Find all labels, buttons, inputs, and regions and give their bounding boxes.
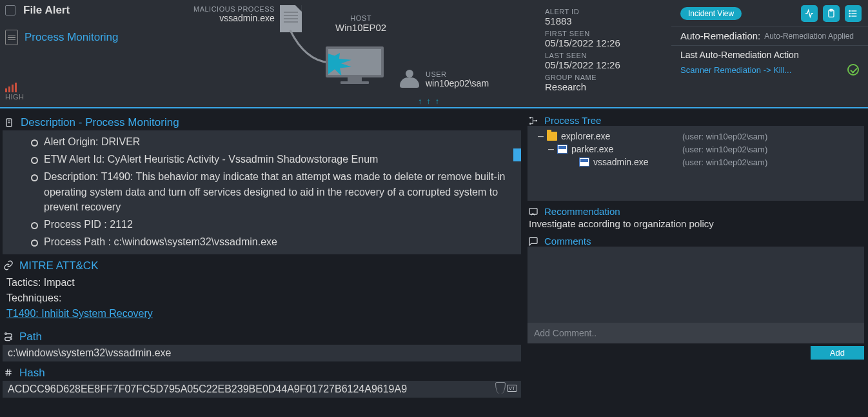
- comments-section: Comments Add: [528, 236, 864, 360]
- list-item: Description: T1490: This behavior may in…: [28, 168, 518, 216]
- malicious-process-value: vssadmin.exe: [193, 13, 275, 23]
- header-left: File Alert Process Monitoring HIGH: [0, 0, 129, 107]
- header: File Alert Process Monitoring HIGH MALIC…: [0, 0, 868, 108]
- list-item: Alert Origin: DRIVER: [28, 133, 518, 150]
- process-icon: [557, 145, 567, 154]
- user-icon: [400, 70, 419, 89]
- hash-title: Hash: [19, 367, 45, 380]
- auto-remediation-value: Auto-Remediation Applied: [764, 32, 854, 41]
- tree-user: (user: win10ep02\sam): [682, 145, 767, 154]
- group-value: Research: [545, 81, 666, 93]
- list-item: ETW Alert Id: CyAlert Heuristic Activity…: [28, 150, 518, 168]
- tree-toggle-icon[interactable]: –: [548, 145, 557, 153]
- activity-icon[interactable]: [801, 5, 818, 22]
- body: Description - Process Monitoring Alert O…: [0, 108, 868, 417]
- info-icon: [3, 116, 15, 129]
- comment-input[interactable]: [528, 323, 864, 343]
- mitre-section: MITRE ATT&CK Tactics: Impact Techniques:…: [3, 258, 521, 325]
- process-tree: – explorer.exe (user: win10ep02\sam) – p…: [528, 126, 864, 201]
- tree-process-name: explorer.exe: [561, 131, 610, 141]
- first-seen-value: 05/15/2022 12:26: [545, 37, 666, 49]
- description-title: Description - Process Monitoring: [21, 116, 179, 129]
- alert-id-label: ALERT ID: [545, 8, 666, 15]
- tree-toggle-icon[interactable]: –: [538, 132, 547, 140]
- virustotal-button[interactable]: VT: [507, 385, 517, 392]
- severity-bars-icon: [5, 82, 17, 92]
- header-graph: MALICIOUS PROCESS vssadmin.exe HOST Win1…: [129, 0, 542, 107]
- clipboard-icon[interactable]: [823, 5, 840, 22]
- svg-point-7: [849, 15, 850, 16]
- folder-icon: [547, 132, 557, 141]
- recommendation-icon: [528, 207, 539, 217]
- list-item: Process Path : c:\windows\system32\vssad…: [28, 233, 518, 250]
- collapse-arrows-icon[interactable]: ↑ ↑ ↑: [418, 97, 440, 106]
- page-title: File Alert: [23, 4, 70, 17]
- description-list: Alert Origin: DRIVER ETW Alert Id: CyAle…: [9, 133, 518, 250]
- tree-process-name: parker.exe: [571, 144, 613, 154]
- svg-point-18: [529, 123, 531, 125]
- alert-id-value: 51883: [545, 15, 666, 27]
- list-icon[interactable]: [845, 5, 862, 22]
- tree-row[interactable]: – explorer.exe (user: win10ep02\sam): [534, 130, 858, 143]
- comments-list: [528, 247, 864, 323]
- svg-point-11: [5, 332, 7, 334]
- document-icon: [5, 30, 18, 45]
- description-section: Description - Process Monitoring Alert O…: [3, 115, 521, 254]
- incident-view-button[interactable]: Incident View: [680, 7, 742, 20]
- severity-indicator: HIGH: [5, 82, 123, 101]
- path-title: Path: [19, 331, 42, 343]
- svg-point-5: [849, 10, 850, 11]
- host-value: Win10EP02: [335, 22, 386, 33]
- scroll-indicator[interactable]: [513, 148, 521, 161]
- path-value: c:\windows\system32\vssadmin.exe: [3, 345, 521, 361]
- path-section: Path c:\windows\system32\vssadmin.exe: [3, 329, 521, 361]
- comments-icon: [528, 236, 539, 247]
- header-meta: ALERT ID 51883 FIRST SEEN 05/15/2022 12:…: [542, 0, 671, 107]
- body-left: Description - Process Monitoring Alert O…: [0, 108, 526, 417]
- last-seen-value: 05/15/2022 12:26: [545, 59, 666, 71]
- add-comment-button[interactable]: Add: [811, 346, 864, 360]
- link-icon: [3, 260, 14, 272]
- host-label: HOST: [335, 14, 386, 22]
- svg-point-6: [849, 13, 850, 14]
- success-icon: [847, 64, 859, 76]
- svg-point-12: [10, 338, 12, 340]
- header-actions: Incident View Auto-Remediation: Auto-Rem…: [671, 0, 868, 107]
- tree-row[interactable]: – parker.exe (user: win10ep02\sam): [534, 143, 858, 156]
- page-subtitle[interactable]: Process Monitoring: [25, 31, 119, 44]
- group-label: GROUP NAME: [545, 74, 666, 81]
- hash-value: ACDCC96D628EE8FF7F07FC5D795A05C22EB239BE…: [8, 383, 407, 395]
- path-icon: [3, 331, 14, 343]
- svg-point-17: [529, 117, 531, 119]
- mitre-tactics: Tactics: Impact: [6, 275, 517, 290]
- svg-line-16: [9, 369, 10, 376]
- severity-label: HIGH: [5, 93, 25, 101]
- mitre-technique-link[interactable]: T1490: Inhibit System Recovery: [6, 308, 153, 319]
- host-icon[interactable]: [326, 46, 384, 85]
- tree-row[interactable]: vssadmin.exe (user: win10ep02\sam): [534, 156, 858, 168]
- process-icon: [579, 158, 589, 167]
- comments-title: Comments: [544, 236, 591, 247]
- mitre-title: MITRE ATT&CK: [19, 259, 98, 272]
- last-action-link[interactable]: Scanner Remediation -> Kill...: [680, 65, 791, 75]
- alert-checkbox[interactable]: [5, 5, 15, 15]
- hash-icon: [3, 368, 14, 379]
- process-tree-section: Process Tree – explorer.exe (user: win10…: [528, 115, 864, 201]
- svg-line-15: [7, 369, 8, 376]
- last-seen-label: LAST SEEN: [545, 52, 666, 59]
- recommendation-text: Investigate according to organization po…: [528, 217, 864, 230]
- tree-process-name: vssadmin.exe: [593, 157, 649, 167]
- malicious-process-label: MALICIOUS PROCESS: [193, 5, 275, 13]
- tree-user: (user: win10ep02\sam): [682, 158, 767, 167]
- svg-point-19: [535, 119, 537, 121]
- recommendation-title: Recommendation: [544, 206, 620, 217]
- recommendation-section: Recommendation Investigate according to …: [528, 206, 864, 230]
- shield-icon[interactable]: [495, 382, 506, 394]
- first-seen-label: FIRST SEEN: [545, 30, 666, 37]
- last-action-label: Last Auto-Remediation Action: [680, 50, 859, 60]
- hash-section: Hash ACDCC96D628EE8FF7F07FC5D795A05C22EB…: [3, 365, 521, 398]
- user-value: win10ep02\sam: [426, 78, 489, 88]
- tree-user: (user: win10ep02\sam): [682, 132, 767, 141]
- body-right: Process Tree – explorer.exe (user: win10…: [526, 108, 868, 417]
- list-item: Process PID : 2112: [28, 216, 518, 233]
